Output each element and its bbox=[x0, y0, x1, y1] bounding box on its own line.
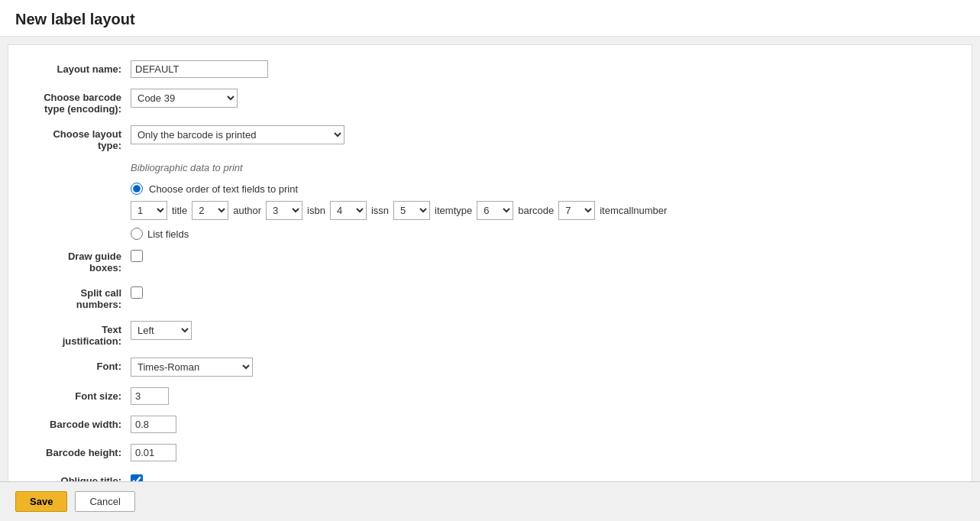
barcode-height-wrapper bbox=[131, 444, 949, 461]
split-call-numbers-checkbox[interactable] bbox=[131, 286, 143, 299]
barcode-width-row: Barcode width: bbox=[31, 416, 949, 433]
bib-section-heading: Bibliographic data to print bbox=[131, 162, 949, 173]
field-name-title: title bbox=[172, 205, 187, 216]
choose-order-row: Choose order of text fields to print bbox=[131, 183, 949, 195]
list-fields-label: List fields bbox=[147, 228, 189, 240]
field-order-select-6[interactable]: 1234567 bbox=[477, 201, 513, 220]
main-content: Layout name: Choose barcodetype (encodin… bbox=[8, 44, 972, 521]
barcode-type-label: Choose barcodetype (encoding): bbox=[31, 89, 131, 115]
barcode-type-select[interactable]: Code 39 Code 128 EAN-13 UPC-A bbox=[131, 89, 238, 108]
page-header: New label layout bbox=[0, 0, 980, 37]
choose-order-label: Choose order of text fields to print bbox=[149, 183, 298, 195]
page-title: New label layout bbox=[15, 11, 965, 28]
layout-name-input[interactable] bbox=[131, 60, 268, 78]
field-order-select-4[interactable]: 1234567 bbox=[330, 201, 367, 220]
layout-name-row: Layout name: bbox=[31, 60, 949, 78]
split-call-numbers-label: Split callnumbers: bbox=[31, 284, 131, 310]
field-name-barcode: barcode bbox=[518, 205, 554, 216]
choose-order-radio[interactable] bbox=[131, 183, 143, 195]
field-order-select-5[interactable]: 1234567 bbox=[393, 201, 430, 220]
draw-guide-boxes-wrapper bbox=[131, 248, 949, 264]
layout-type-label: Choose layouttype: bbox=[31, 125, 131, 151]
barcode-width-label: Barcode width: bbox=[31, 416, 131, 430]
barcode-type-wrapper: Code 39 Code 128 EAN-13 UPC-A bbox=[131, 89, 949, 108]
field-order-select-7[interactable]: 1234567 bbox=[558, 201, 595, 220]
font-size-label: Font size: bbox=[31, 387, 131, 402]
footer-bar: Save Cancel bbox=[0, 481, 980, 521]
barcode-height-row: Barcode height: bbox=[31, 444, 949, 461]
draw-guide-boxes-label: Draw guideboxes: bbox=[31, 248, 131, 273]
field-order-select-1[interactable]: 1234567 bbox=[131, 201, 167, 220]
layout-type-wrapper: Only the barcode is printed Barcode and … bbox=[131, 125, 949, 144]
font-size-input[interactable] bbox=[131, 387, 169, 405]
barcode-height-input[interactable] bbox=[131, 444, 176, 461]
layout-name-label: Layout name: bbox=[31, 60, 131, 75]
barcode-width-input[interactable] bbox=[131, 416, 176, 433]
split-call-numbers-row: Split callnumbers: bbox=[31, 284, 949, 310]
barcode-width-wrapper bbox=[131, 416, 949, 433]
bib-section: Bibliographic data to print Choose order… bbox=[131, 162, 949, 240]
draw-guide-boxes-row: Draw guideboxes: bbox=[31, 248, 949, 273]
field-name-isbn: isbn bbox=[307, 205, 325, 216]
font-label: Font: bbox=[31, 358, 131, 372]
field-name-itemtype: itemtype bbox=[435, 205, 472, 216]
barcode-type-row: Choose barcodetype (encoding): Code 39 C… bbox=[31, 89, 949, 115]
field-order-select-3[interactable]: 1234567 bbox=[266, 201, 302, 220]
font-size-row: Font size: bbox=[31, 387, 949, 405]
font-select[interactable]: Times-Roman Helvetica Courier bbox=[131, 358, 253, 377]
text-justification-select[interactable]: Left Center Right bbox=[131, 321, 192, 340]
layout-type-row: Choose layouttype: Only the barcode is p… bbox=[31, 125, 949, 151]
draw-guide-boxes-checkbox[interactable] bbox=[131, 250, 143, 262]
font-wrapper: Times-Roman Helvetica Courier bbox=[131, 358, 949, 377]
save-button[interactable]: Save bbox=[15, 491, 67, 512]
layout-name-wrapper bbox=[131, 60, 949, 78]
font-size-wrapper bbox=[131, 387, 949, 405]
text-justification-wrapper: Left Center Right bbox=[131, 321, 949, 340]
field-order-row: 1234567 title 1234567 author 1234567 isb… bbox=[131, 201, 949, 220]
text-justification-row: Textjustification: Left Center Right bbox=[31, 321, 949, 347]
field-name-author: author bbox=[233, 205, 261, 216]
font-row: Font: Times-Roman Helvetica Courier bbox=[31, 358, 949, 377]
list-fields-row: List fields bbox=[131, 228, 949, 240]
field-order-select-2[interactable]: 1234567 bbox=[192, 201, 228, 220]
field-name-itemcallnumber: itemcallnumber bbox=[600, 205, 667, 216]
list-fields-radio[interactable] bbox=[131, 228, 143, 240]
cancel-button[interactable]: Cancel bbox=[75, 491, 134, 512]
split-call-numbers-wrapper bbox=[131, 284, 949, 301]
layout-type-select[interactable]: Only the barcode is printed Barcode and … bbox=[131, 125, 344, 144]
field-name-issn: issn bbox=[371, 205, 389, 216]
barcode-height-label: Barcode height: bbox=[31, 444, 131, 458]
text-justification-label: Textjustification: bbox=[31, 321, 131, 347]
